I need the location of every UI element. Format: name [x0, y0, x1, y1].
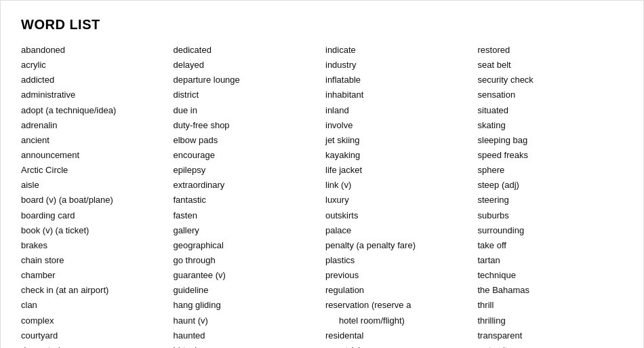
word-item: previous	[325, 269, 471, 282]
word-item: luxury	[325, 193, 471, 207]
word-item: surrounding	[478, 224, 624, 237]
word-item: wet suit	[478, 344, 624, 348]
word-item: announcement	[21, 149, 167, 162]
word-item: encourage	[174, 149, 319, 162]
word-item: tartan	[478, 254, 624, 267]
word-item: regulation	[325, 284, 471, 297]
word-item: complex	[21, 314, 167, 328]
word-item: acrylic	[21, 58, 167, 72]
word-item: residental	[325, 329, 471, 343]
page-title: WORD LIST	[21, 17, 623, 33]
word-item: inhabitant	[325, 88, 471, 102]
word-item: adrenalin	[21, 119, 167, 132]
word-item: sleeping bag	[478, 134, 624, 147]
word-item: security check	[478, 73, 624, 87]
word-item: fantastic	[174, 193, 319, 207]
word-item: plastics	[325, 254, 471, 267]
word-item: sphere	[478, 163, 624, 177]
word-item: industry	[325, 58, 471, 72]
word-item: clan	[21, 298, 167, 312]
word-item: resort (n)	[325, 344, 471, 348]
word-item: seat belt	[478, 58, 624, 72]
word-item: palace	[325, 224, 471, 237]
word-item: check in (at an airport)	[21, 284, 167, 297]
word-item: take off	[478, 239, 624, 252]
word-item: boarding card	[21, 209, 167, 223]
word-item: epilepsy	[174, 163, 319, 177]
word-columns: abandonedacrylicaddictedadministrativead…	[21, 43, 623, 348]
word-item: thrilling	[478, 314, 624, 328]
page: WORD LIST abandonedacrylicaddictedadmini…	[0, 0, 644, 348]
column-3: indicateindustryinflatableinhabitantinla…	[325, 43, 471, 348]
word-item: inland	[325, 104, 471, 117]
word-item: administrative	[21, 88, 167, 102]
word-item: hi-tech	[174, 344, 319, 348]
word-item: chain store	[21, 254, 167, 267]
word-item: link (v)	[325, 178, 471, 192]
word-item: book (v) (a ticket)	[21, 224, 167, 237]
word-item: duty-free shop	[174, 119, 319, 132]
word-item: addicted	[21, 73, 167, 87]
word-item: involve	[325, 119, 471, 132]
word-item: fasten	[174, 209, 319, 223]
word-item: chamber	[21, 269, 167, 282]
word-item: board (v) (a boat/plane)	[21, 193, 167, 207]
word-item: indicate	[325, 43, 471, 57]
word-item: penalty (a penalty fare)	[325, 239, 471, 252]
word-item: due in	[174, 104, 319, 117]
word-item: steering	[478, 193, 624, 207]
column-1: abandonedacrylicaddictedadministrativead…	[21, 43, 167, 348]
word-item: district	[174, 88, 319, 102]
column-4: restoredseat beltsecurity checksensation…	[478, 43, 624, 348]
word-item: courtyard	[21, 329, 167, 343]
word-item: aisle	[21, 178, 167, 192]
word-item: transparent	[478, 329, 624, 343]
word-item: sensation	[478, 88, 624, 102]
word-item: technique	[478, 269, 624, 282]
word-item: go through	[174, 254, 319, 267]
word-item: life jacket	[325, 163, 471, 177]
word-item: haunted	[174, 329, 319, 343]
word-item: hang gliding	[174, 298, 319, 312]
word-item: skating	[478, 119, 624, 132]
word-item: jet skiing	[325, 134, 471, 147]
word-item: geographical	[174, 239, 319, 252]
word-item: guarantee (v)	[174, 269, 319, 282]
word-item: reservation (reserve a	[325, 298, 471, 312]
word-item: elbow pads	[174, 134, 319, 147]
word-item: steep (adj)	[478, 178, 624, 192]
word-item: speed freaks	[478, 149, 624, 162]
word-item: ancient	[21, 134, 167, 147]
word-item: the Bahamas	[478, 284, 624, 297]
word-item: gallery	[174, 224, 319, 237]
word-item: adopt (a technique/idea)	[21, 104, 167, 117]
word-item: brakes	[21, 239, 167, 252]
word-item: extraordinary	[174, 178, 319, 192]
word-item: Arctic Circle	[21, 163, 167, 177]
word-item: abandoned	[21, 43, 167, 57]
word-item: guideline	[174, 284, 319, 297]
word-item: dedicated	[174, 43, 319, 57]
word-item: kayaking	[325, 149, 471, 162]
word-item: outskirts	[325, 209, 471, 223]
word-item: decorated	[21, 344, 167, 348]
word-item: departure lounge	[174, 73, 319, 87]
column-2: dedicateddelayeddeparture loungedistrict…	[174, 43, 319, 348]
word-item: restored	[478, 43, 624, 57]
word-item: hotel room/flight)	[325, 314, 471, 328]
word-item: haunt (v)	[174, 314, 319, 328]
word-item: suburbs	[478, 209, 624, 223]
word-item: delayed	[174, 58, 319, 72]
word-item: situated	[478, 104, 624, 117]
word-item: thrill	[478, 298, 624, 312]
word-item: inflatable	[325, 73, 471, 87]
